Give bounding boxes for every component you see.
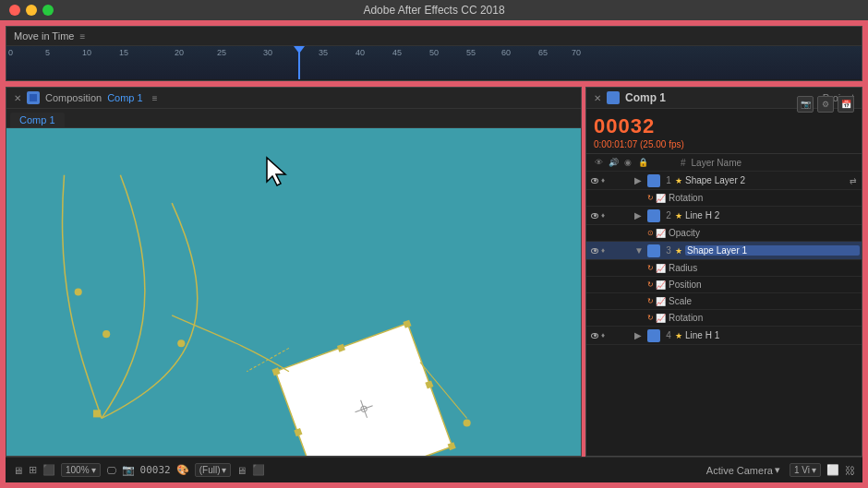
layer-1-rotation-prop[interactable]: ↻ 📈 Rotation [586,190,862,207]
timeline-menu-icon[interactable]: ≡ [79,31,85,42]
quality-dropdown[interactable]: (Full) ▾ [195,463,232,477]
link-icon[interactable]: ⛓ [845,465,855,476]
layer-2-star: ★ [675,211,682,220]
layer-3-scale-prop[interactable]: ↻ 📈 Scale [586,293,862,310]
grid-icon[interactable]: ⊞ [29,464,37,476]
ruler-mark-50: 50 [429,48,439,57]
svg-point-19 [464,419,471,426]
timeline-panel: Move in Time ≡ 0 5 10 15 20 25 30 35 40 … [6,26,862,81]
layer-4-star: ★ [675,331,682,340]
expand-column-icon [651,156,664,169]
render-icon[interactable]: 🖥 [236,465,247,476]
calendar-icon[interactable]: 📅 [838,96,854,113]
layer-2-opacity-graph-icon: 📈 [656,229,666,238]
screen-icon[interactable]: 🖵 [106,465,116,476]
svg-point-2 [177,339,185,347]
audio-column-icon[interactable]: 🔊 [607,156,620,169]
layer-row-2[interactable]: ♦ ▶ 2 ★ Line H 2 [586,207,862,225]
timecode-display: 00032 [594,114,655,137]
main-container: Move in Time ≡ 0 5 10 15 20 25 30 35 40 … [0,20,868,488]
layer-3-position-prop[interactable]: ↻ 📈 Position [586,277,862,293]
timeline-ruler[interactable]: 0 5 10 15 20 25 30 35 40 45 50 55 60 65 … [6,46,862,79]
layer-3-rotation2-graph-icon: 📈 [656,314,666,323]
settings-icon[interactable]: ⚙ [817,96,834,113]
quality-value: (Full) [199,465,221,475]
layer-3-scale-graph-icon: 📈 [656,297,666,306]
time-sub: 0:00:01:07 (25.00 fps) [594,139,684,149]
mask-icon[interactable]: ⬛ [42,464,55,476]
layer-4-expand[interactable]: ▶ [634,330,645,340]
comp-panel-close-icon[interactable]: ✕ [14,93,21,103]
ruler-mark-55: 55 [466,48,476,57]
layer-3-name: Shape Layer 1 [685,245,860,256]
layer-1-expand[interactable]: ▶ [634,175,645,185]
layers-panel: ✕ Comp 1 ≡ Project 00032 📷 ⚙ 📅 0:00:01:0… [585,87,862,457]
status-bar: 🖥 ⊞ ⬛ 100% ▾ 🖵 📷 00032 🎨 (Full) ▾ 🖥 ⬛ Ac… [6,457,862,482]
layer-3-expand[interactable]: ▼ [634,245,645,256]
layer-4-audio[interactable]: ♦ [601,331,612,339]
channel-icon[interactable]: ⬛ [252,464,265,476]
comp-tab[interactable]: Comp 1 [10,113,65,127]
eye-column-icon[interactable]: 👁 [592,156,605,169]
layer-3-rotation-prop[interactable]: ↻ 📈 Rotation [586,310,862,327]
layers-panel-close-icon[interactable]: ✕ [594,93,601,103]
layer-4-name: Line H 1 [685,330,847,340]
layer-2-visibility[interactable] [588,209,601,222]
layer-3-rotation2-icon: ↻ [647,314,654,322]
layer-4-visibility[interactable] [588,329,601,342]
solo-column-icon[interactable]: ◉ [621,156,634,169]
layer-3-num: 3 [662,245,675,256]
layer-1-visibility[interactable] [588,174,601,187]
layer-1-audio[interactable]: ♦ [601,176,612,184]
layer-3-audio[interactable]: ♦ [601,246,612,255]
zoom-value: 100% [66,465,90,475]
layer-row-3[interactable]: ♦ ▼ 3 ★ Shape Layer 1 [586,242,862,260]
layer-2-expand[interactable]: ▶ [634,210,645,220]
close-button[interactable] [9,5,20,16]
view-chevron-icon: ▾ [812,465,816,475]
playhead[interactable] [298,46,300,79]
status-timecode: 00032 [140,464,171,476]
svg-rect-15 [93,410,101,417]
layer-1-side-icon: ⇄ [847,176,860,185]
lock-column-icon[interactable]: 🔒 [636,156,649,169]
layer-2-opacity-prop[interactable]: ⊙ 📈 Opacity [586,225,862,242]
color-icon[interactable]: 🎨 [176,464,189,476]
zoom-dropdown[interactable]: 100% ▾ [61,463,101,477]
zoom-chevron-icon: ▾ [91,465,96,475]
comp-panel: ✕ Composition Comp 1 ≡ Comp 1 [6,87,582,457]
preview-icon[interactable]: 🖥 [13,465,23,476]
layer-3-visibility[interactable] [588,244,601,257]
layer-3-radius-icon: ↻ [647,264,654,272]
layer-3-radius-prop[interactable]: ↻ 📈 Radius [586,260,862,277]
layer-2-opacity-name: Opacity [669,228,860,238]
layer-3-scale-name: Scale [669,296,860,306]
flow-icon[interactable]: ⬜ [826,464,839,476]
snapshot-icon[interactable]: 📷 [797,96,814,113]
ruler-mark-65: 65 [538,48,548,57]
ruler-mark-30: 30 [263,48,272,57]
ruler-mark-60: 60 [501,48,511,57]
title-bar: Adobe After Effects CC 2018 [0,0,868,20]
layer-2-audio[interactable]: ♦ [601,211,612,220]
ruler-mark-20: 20 [175,48,184,57]
svg-rect-3 [275,324,452,456]
view-value: 1 Vi [794,465,810,475]
timeline-header: Move in Time ≡ [6,27,862,46]
fullscreen-button[interactable] [42,5,54,16]
ruler-mark-40: 40 [356,48,365,57]
camera-dropdown[interactable]: Active Camera ▾ [706,464,780,476]
comp-panel-menu-icon[interactable]: ≡ [152,93,158,103]
view-dropdown[interactable]: 1 Vi ▾ [790,463,821,477]
ruler-mark-0: 0 [8,48,13,57]
layers-list: ♦ ▶ 1 ★ Shape Layer 2 ⇄ ↻ 📈 Rotation [586,172,862,456]
layer-1-rotation-icon: ↻ [647,194,654,202]
camera-snap-icon[interactable]: 📷 [122,464,135,476]
layer-row-1[interactable]: ♦ ▶ 1 ★ Shape Layer 2 ⇄ [586,172,862,190]
layer-row-4[interactable]: ♦ ▶ 4 ★ Line H 1 [586,327,862,345]
layer-3-position-name: Position [669,280,860,290]
comp-viewport[interactable] [6,128,581,456]
ruler-mark-15: 15 [119,48,128,57]
app-title: Adobe After Effects CC 2018 [363,4,504,17]
minimize-button[interactable] [26,5,37,16]
